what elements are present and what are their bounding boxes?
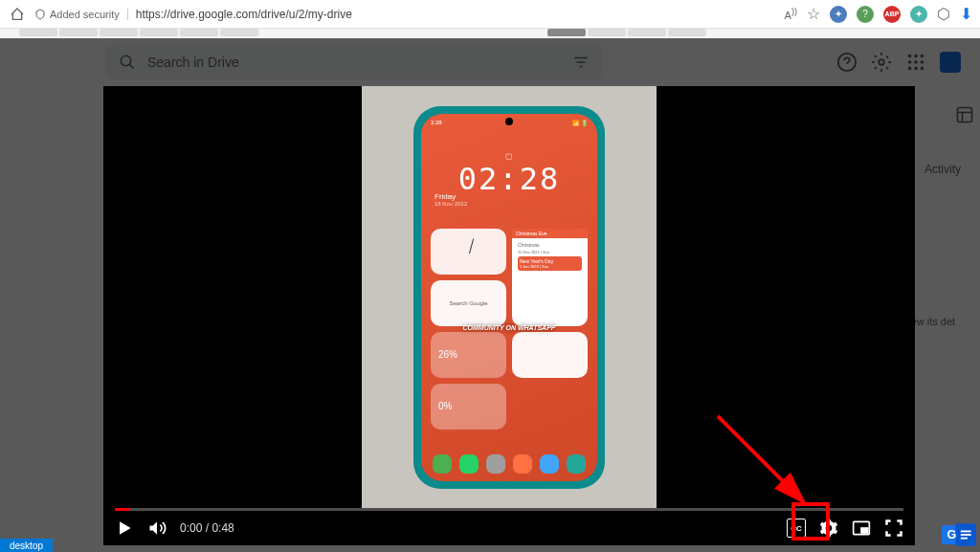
security-badge[interactable]: Added security <box>34 9 128 20</box>
video-overlay-text: COMMUNITY ON WHATSAPP <box>463 324 556 331</box>
phone-widget-calendar: Christmas Eve Christmas 25 Dec 2022 | Su… <box>512 229 588 326</box>
svg-rect-19 <box>961 531 971 533</box>
url-text[interactable]: https://drive.google.com/drive/u/2/my-dr… <box>136 8 777 21</box>
fullscreen-button[interactable] <box>884 519 903 538</box>
phone-clock-time: 02:28 <box>458 161 560 197</box>
video-content[interactable]: 2:28 📶 🔋 ▢ 02:28 Friday 18 Nov 2022 Chri… <box>103 86 915 508</box>
watermark-logo: G <box>942 523 976 546</box>
extension-puzzle-icon[interactable]: ⬡ <box>937 5 950 23</box>
settings-button[interactable] <box>819 519 838 538</box>
browser-address-bar: Added security https://drive.google.com/… <box>0 0 980 29</box>
volume-button[interactable] <box>147 519 167 538</box>
svg-rect-14 <box>861 528 868 533</box>
video-time-display: 0:00 / 0:48 <box>180 521 234 535</box>
phone-widget-stat1: 26% <box>431 332 506 378</box>
phone-date: 18 Nov 2022 <box>434 201 467 207</box>
play-button[interactable] <box>115 519 134 538</box>
home-icon[interactable] <box>8 5 27 24</box>
taskbar-item[interactable]: desktop <box>0 539 53 552</box>
phone-mockup: 2:28 📶 🔋 ▢ 02:28 Friday 18 Nov 2022 Chri… <box>413 106 605 489</box>
svg-text:G: G <box>947 529 956 542</box>
video-player: 2:28 📶 🔋 ▢ 02:28 Friday 18 Nov 2022 Chri… <box>103 86 915 545</box>
favorite-icon[interactable]: ☆ <box>807 5 820 23</box>
dock-phone-icon <box>433 454 452 474</box>
video-progress-bar[interactable] <box>115 508 903 511</box>
extension-icon-2[interactable]: ? <box>857 6 874 23</box>
extension-icon-1[interactable]: ✦ <box>830 6 847 23</box>
phone-widget-blank <box>512 332 588 378</box>
phone-status-time: 2:28 <box>431 120 442 126</box>
adblock-icon[interactable]: ABP <box>883 6 901 23</box>
phone-widget-stat2: 0% <box>431 384 506 430</box>
text-size-icon[interactable]: A)) <box>785 7 797 21</box>
svg-rect-20 <box>961 534 971 536</box>
security-label: Added security <box>50 9 120 20</box>
downloads-icon[interactable]: ⬇ <box>960 5 972 23</box>
phone-battery-icon: ▢ <box>458 152 560 161</box>
captions-button[interactable]: CC <box>787 519 806 538</box>
phone-widget-search: Search Google <box>431 280 506 326</box>
video-progress-fill <box>115 508 130 511</box>
dock-whatsapp-icon <box>459 454 479 474</box>
phone-widget-clock <box>431 229 506 275</box>
extension-icon-3[interactable]: ✦ <box>910 6 927 23</box>
tab-strip <box>0 29 980 38</box>
phone-day: Friday <box>434 192 467 201</box>
dock-messages-icon <box>567 454 586 474</box>
dock-browser-icon <box>540 454 559 474</box>
video-controls: 0:00 / 0:48 CC <box>103 511 915 545</box>
miniplayer-button[interactable] <box>852 519 871 538</box>
browser-action-icons: A)) ☆ ✦ ? ABP ✦ ⬡ ⬇ <box>785 5 972 23</box>
svg-rect-21 <box>961 538 968 540</box>
dock-camera-icon <box>486 454 505 474</box>
phone-status-icons: 📶 🔋 <box>572 120 588 126</box>
dock-gallery-icon <box>513 454 532 474</box>
